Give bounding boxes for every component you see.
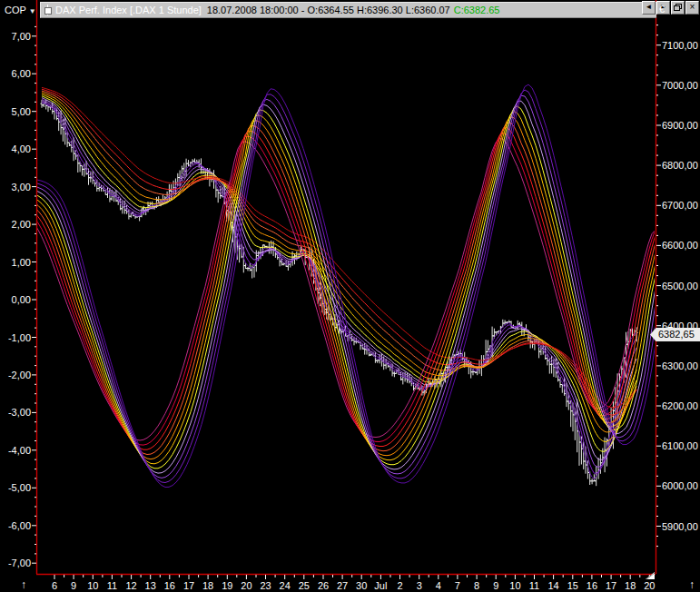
time-axis-label: 30 [356,581,367,591]
time-axis-label: 10 [87,581,98,591]
right-axis-label: 6900,00 [662,121,698,131]
time-axis-label: 26 [318,581,329,591]
scroll-up-arrow-left[interactable]: ↑ [21,579,26,590]
time-axis-label: 17 [183,581,194,591]
time-axis-label: 17 [606,581,616,591]
right-axis-label: 7000,00 [662,80,698,90]
time-axis-label: 18 [202,581,213,591]
time-axis-label: 16 [587,581,597,591]
left-axis-label: -4,00 [0,445,31,455]
left-axis-label: -5,00 [0,483,31,493]
left-axis-label: -1,00 [0,332,31,342]
left-axis-label: 2,00 [0,220,31,230]
time-axis-label: 20 [644,581,655,591]
time-axis-label: 12 [125,581,136,591]
time-axis-label: 2 [397,581,402,591]
time-axis-label: 13 [145,581,156,591]
close-icon: × [690,2,695,12]
titlebar[interactable]: DAX Perf. Index [.DAX 1 Stunde] 18.07.20… [40,2,656,18]
right-axis-label: 6100,00 [662,441,698,451]
time-axis-label: 8 [474,581,479,591]
time-axis-label: 9 [71,581,76,591]
right-axis-label: 6500,00 [662,281,698,291]
right-axis-label: 6600,00 [662,241,698,251]
time-axis-label: 4 [436,581,441,591]
time-axis-label: 10 [509,581,520,591]
time-axis-label: 27 [337,581,348,591]
candlestick-icon [44,5,52,15]
resize-handle[interactable] [646,567,656,576]
window-controls: ◄ ► × [641,1,699,15]
time-axis-label: 14 [547,581,558,591]
right-axis-label: 7100,00 [662,40,698,50]
instrument-title: DAX Perf. Index [.DAX 1 Stunde] [55,5,202,15]
time-axis-label: 15 [567,581,578,591]
time-axis-label: 7 [455,581,460,591]
time-axis-label: 3 [417,581,422,591]
time-axis-label: 11 [529,581,539,591]
left-axis-label: -7,00 [0,558,31,568]
left-axis-label: -2,00 [0,370,31,380]
left-axis-label: 1,00 [0,257,31,267]
left-axis-label: 0,00 [0,295,31,305]
last-price-marker: 6382,65 [650,328,700,341]
time-axis-label: 18 [625,581,636,591]
left-axis-label: -6,00 [0,520,31,530]
time-axis-label: 23 [260,581,271,591]
right-axis-label: 6200,00 [662,401,698,411]
left-axis-label: -3,00 [0,408,31,418]
right-axis-label: 6700,00 [662,201,698,211]
close-button[interactable]: × [685,1,699,15]
left-axis-label: 7,00 [0,31,31,41]
time-axis-label: 11 [107,581,117,591]
time-axis-label: 9 [493,581,498,591]
time-axis-label: Jul [374,581,387,591]
back-button[interactable]: ◄ [642,1,656,15]
time-axis-label: 20 [241,581,251,591]
left-axis-label: 5,00 [0,106,31,116]
time-axis-label: 16 [164,581,175,591]
time-axis-label: 24 [280,581,291,591]
time-axis-label: 6 [52,581,57,591]
left-axis-label: 6,00 [0,69,31,79]
right-axis-label: 5900,00 [662,521,698,531]
indicator-dropdown-label: COP [5,5,26,15]
time-axis-label: 25 [299,581,310,591]
plot-area[interactable] [0,0,700,592]
chevron-down-icon: ▼ [29,7,36,15]
right-axis-label: 6800,00 [662,161,698,171]
left-axis-label: 3,00 [0,182,31,192]
bar-ohlc-info: 18.07.2008 18:00:00 - O:6364.55 H:6396.3… [207,5,450,15]
time-axis-label: 19 [222,581,232,591]
indicator-dropdown[interactable]: COP▼ [5,5,36,15]
bar-close-value: C:6382.65 [454,5,500,15]
back-icon: ◄ [646,3,653,11]
chart-window: COP▼ DAX Perf. Index [.DAX 1 Stunde] 18.… [0,0,700,592]
restore-button[interactable] [671,1,685,15]
scroll-up-arrow-right[interactable]: ↑ [689,579,695,590]
right-axis-label: 6000,00 [662,481,698,491]
currency-symbol: € [659,4,665,15]
left-axis-label: 4,00 [0,144,31,154]
right-axis-label: 6300,00 [662,360,698,370]
